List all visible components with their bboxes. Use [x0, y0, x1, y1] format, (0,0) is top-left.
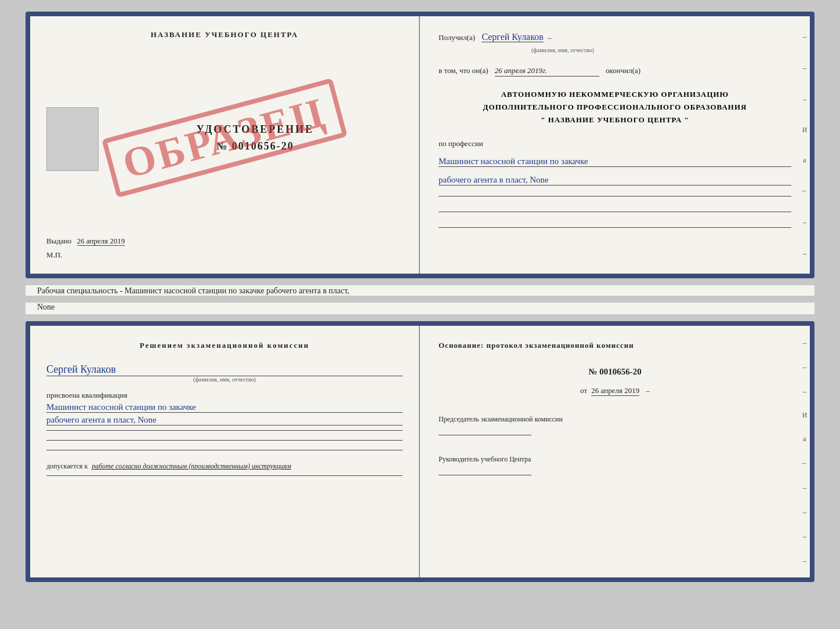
side-dash-5: – [803, 249, 807, 258]
date-dash: – [646, 386, 650, 395]
qualification-line1: Машинист насосной станции по закачке [46, 402, 403, 413]
bottom-right-panel: – – – И а ← – – – – Основание: протокол … [420, 326, 810, 577]
date-value: 26 апреля 2019г. [495, 65, 599, 77]
b-side-dash-3: – [803, 387, 807, 396]
received-row: Получил(а) Сергей Кулаков – (фамилия, им… [439, 30, 791, 56]
org-line3: " НАЗВАНИЕ УЧЕБНОГО ЦЕНТРА " [439, 114, 791, 126]
issued-label: Выдано [46, 237, 71, 245]
side-letter-a: а [803, 156, 806, 165]
profession-line2: рабочего агента в пласт, None [439, 175, 791, 186]
b-side-letter-a: а [803, 435, 806, 443]
top-document: НАЗВАНИЕ УЧЕБНОГО ЦЕНТРА УДОСТОВЕРЕНИЕ №… [26, 12, 814, 278]
chairman-block: Председатель экзаменационной комиссии [439, 414, 791, 438]
profession-line1: Машинист насосной станции по закачке [439, 157, 791, 167]
date-prefix: в том, что он(а) [439, 66, 488, 75]
bottom-line-3 [46, 450, 403, 450]
specialty-text2-block: None [26, 303, 814, 314]
received-label: Получил(а) [439, 33, 475, 42]
side-dash-4: – [803, 217, 807, 227]
top-right-panel: – – – И а ← – – Получил(а) Сергей Кулако… [420, 16, 810, 274]
date-prefix-bottom: от [580, 386, 587, 395]
bottom-rule-1 [439, 196, 791, 197]
bottom-name-sublabel: (фамилия, имя, отчество) [46, 376, 403, 383]
date-row: в том, что он(а) 26 апреля 2019г. окончи… [439, 65, 791, 77]
bottom-left-title: Решением экзаменационной комиссии [46, 340, 403, 352]
b-side-dash-1: – [803, 338, 807, 347]
finished-label: окончил(а) [606, 66, 640, 75]
person-name-top: Сергей Кулаков [481, 32, 543, 42]
cert-title: НАЗВАНИЕ УЧЕБНОГО ЦЕНТРА [46, 30, 403, 39]
bottom-title-line1: Решением экзаменационной комиссии [140, 341, 310, 350]
top-left-panel: НАЗВАНИЕ УЧЕБНОГО ЦЕНТРА УДОСТОВЕРЕНИЕ №… [30, 16, 420, 274]
org-line2: ДОПОЛНИТЕЛЬНОГО ПРОФЕССИОНАЛЬНОГО ОБРАЗО… [439, 101, 791, 114]
cert-type-label: УДОСТОВЕРЕНИЕ [197, 123, 314, 136]
profession-label: по профессии [439, 139, 791, 148]
chairman-signature-line [439, 435, 531, 435]
side-marks: – – – И а ← – – [799, 16, 810, 274]
admission-hand: работе согласно должностным (производств… [92, 462, 291, 470]
side-dash-3: – [803, 94, 807, 104]
photo-placeholder [46, 107, 99, 171]
bottom-line-1 [46, 430, 403, 431]
bottom-rule-3 [439, 227, 791, 228]
admission-label: допускается к [46, 462, 88, 470]
specialty-text-block: Рабочая специальность - Машинист насосно… [26, 285, 814, 296]
org-block: АВТОНОМНУЮ НЕКОММЕРЧЕСКУЮ ОРГАНИЗАЦИЮ ДО… [439, 88, 791, 126]
director-signature-line [439, 475, 531, 475]
bottom-document: Решением экзаменационной комиссии Сергей… [26, 321, 814, 582]
side-dash-2: – [803, 63, 807, 72]
b-side-letter-i: И [802, 411, 808, 420]
mp-label: М.П. [46, 250, 403, 260]
specialty-text: Рабочая специальность - Машинист насосно… [37, 286, 349, 295]
date-value-bottom: 26 апреля 2019 [591, 386, 639, 396]
bottom-rule-2 [439, 212, 791, 212]
b-side-dash-6: – [803, 532, 807, 541]
protocol-date: от 26 апреля 2019 – [439, 386, 791, 395]
bottom-line-2 [46, 440, 403, 441]
issued-date: 26 апреля 2019 [77, 237, 125, 246]
chairman-title: Председатель экзаменационной комиссии [439, 414, 791, 424]
cert-issued: Выдано 26 апреля 2019 [46, 227, 403, 246]
b-side-arrow: ← [801, 459, 808, 468]
director-block: Руководитель учебного Центра [439, 454, 791, 478]
side-dash-1: – [803, 32, 807, 41]
b-side-dash-5: – [803, 507, 807, 517]
cert-number: № 0010656-20 [216, 140, 294, 152]
admission-block: допускается к работе согласно должностны… [46, 462, 403, 471]
org-line1: АВТОНОМНУЮ НЕКОММЕРЧЕСКУЮ ОРГАНИЗАЦИЮ [439, 88, 791, 101]
b-side-dash-2: – [803, 362, 807, 372]
b-side-dash-7: – [803, 556, 807, 565]
protocol-number: № 0010656-20 [439, 367, 791, 377]
b-side-dash-4: – [803, 483, 807, 492]
side-arrow: ← [801, 187, 808, 195]
dash-after-name: – [548, 33, 552, 42]
bottom-person-name: Сергей Кулаков [46, 363, 403, 376]
bottom-side-marks: – – – И а ← – – – – [799, 326, 810, 577]
qualification-line2: рабочего агента в пласт, None [46, 415, 403, 426]
qualification-label: присвоена квалификация [46, 391, 403, 400]
specialty-text2: None [37, 303, 55, 311]
basis-label: Основание: протокол экзаменационной коми… [439, 340, 791, 352]
bottom-left-panel: Решением экзаменационной комиссии Сергей… [30, 326, 420, 577]
name-sublabel-top: (фамилия, имя, отчество) [531, 47, 594, 53]
side-letter-i: И [802, 126, 808, 134]
director-title: Руководитель учебного Центра [439, 454, 791, 464]
bottom-line-4 [46, 475, 403, 476]
